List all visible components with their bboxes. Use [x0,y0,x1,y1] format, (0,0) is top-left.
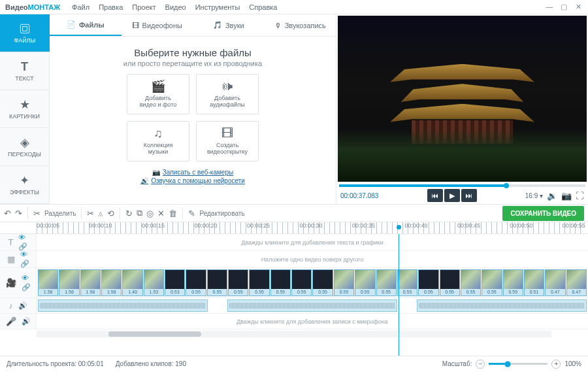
video-card-button[interactable]: 🎞 Создатьвидеооткрытку [196,121,259,161]
music-collection-button[interactable]: ♫ Коллекциямузыки [127,121,189,161]
maximize-button[interactable]: ▢ [559,3,568,11]
sidebar-text[interactable]: T ТЕКСТ [0,52,50,90]
timeline-scrollbar[interactable] [37,331,551,337]
video-clip[interactable]: 0.51 [524,269,544,296]
link-toggle[interactable]: 🔗 [22,283,31,292]
webcam-record-link[interactable]: 📷Записать с веб-камеры [152,169,233,176]
rotate-button[interactable]: ⟲ [107,209,114,218]
refresh-button[interactable]: ↻ [125,209,133,218]
menu-file[interactable]: Файл [72,3,90,11]
play-button[interactable]: ▶ [444,189,460,202]
zoom-in-button[interactable]: + [551,360,561,369]
cut-button[interactable]: ✂ [87,209,94,218]
fullscreen-icon[interactable]: ⛶ [576,191,584,201]
menu-video[interactable]: Видео [165,3,186,11]
menu-edit[interactable]: Правка [99,3,123,11]
video-clip[interactable]: 0.55 [503,269,523,296]
video-clip[interactable]: 0.55 [186,269,206,296]
tab-record[interactable]: 🎙Звукозапись [265,14,336,36]
link-toggle[interactable]: 🔗 [20,260,29,268]
video-clip[interactable]: 0.55 [270,269,291,296]
video-clip[interactable]: 0.55 [249,269,269,296]
redo-button[interactable]: ↷ [15,209,22,218]
video-clip[interactable]: 0.55 [291,269,312,296]
time-ruler[interactable]: 00:00:0500:00:1000:00:1500:00:2000:00:25… [0,222,588,234]
speaker-icon[interactable]: 🔊 [18,301,27,310]
video-clip[interactable]: 0.55 [440,269,460,296]
target-button[interactable]: ◎ [146,209,154,218]
audio-clip[interactable] [417,299,587,312]
tab-videobg[interactable]: 🎞Видеофоны [122,14,193,36]
video-clip[interactable]: 0.55 [397,269,417,296]
audio-track[interactable] [37,298,588,313]
speaker-icon[interactable]: 🔊 [22,317,31,326]
sidebar-transitions[interactable]: ◈ ПЕРЕХОДЫ [0,128,50,166]
edit-button[interactable]: ✎ Редактировать [188,209,244,218]
mic-icon: 🎙 [274,22,282,29]
save-video-button[interactable]: СОХРАНИТЬ ВИДЕО [502,206,584,221]
menu-help[interactable]: Справка [249,3,277,11]
close-button[interactable]: ✕ [574,3,583,11]
duplicate-button[interactable]: ⧉ [137,208,142,218]
video-clip[interactable]: 0.55 [418,269,438,296]
video-clip[interactable]: 0.47 [545,269,565,296]
overlay-track[interactable]: Наложите одно видео поверх другого [37,251,588,267]
video-clip[interactable]: 0.47 [566,269,587,296]
video-clip[interactable]: 0.55 [334,269,354,296]
video-clip[interactable]: 0.53 [165,269,185,296]
delete-button[interactable]: 🗑 [169,209,177,218]
menu-project[interactable]: Проект [132,3,155,11]
clips-count: Добавлено клипов: 190 [116,360,186,367]
sidebar-effects[interactable]: ✦ ЭФФЕКТЫ [0,166,50,204]
vis-toggle[interactable]: 👁 [22,274,31,282]
undo-button[interactable]: ↶ [4,209,11,218]
audio-clip[interactable] [38,299,208,312]
tab-sounds[interactable]: 🎵Звуки [193,14,265,36]
video-clip[interactable]: 0.55 [482,269,502,296]
preview-progress[interactable] [339,184,585,187]
mic-track[interactable]: Дважды кликните для добавления записи с … [37,314,588,329]
project-duration: Длительность проекта: 00:05:01 [7,360,104,367]
menu-tools[interactable]: Инструменты [195,3,240,11]
add-video-photo-button[interactable]: 🎬 Добавитьвидео и фото [127,74,189,114]
audio-clip[interactable] [227,299,397,312]
video-clip[interactable]: 0.55 [461,269,481,296]
next-button[interactable]: ⏭ [461,189,477,202]
mute-clip-button[interactable]: ✕ [157,209,165,218]
files-icon [18,22,31,35]
aspect-ratio[interactable]: 16:9 ▾ [525,192,543,199]
video-clip[interactable]: 1.58 [101,269,122,296]
vis-toggle[interactable]: 👁 [20,250,29,258]
prev-button[interactable]: ⏮ [427,189,443,202]
video-clip[interactable]: 0.55 [355,269,375,296]
video-clip[interactable]: 1.53 [144,269,164,296]
music-icon: ♫ [154,127,163,141]
zoom-slider[interactable] [489,363,547,365]
minimize-button[interactable]: — [545,3,554,11]
tab-files[interactable]: 📄Файлы [50,14,122,36]
add-audio-button[interactable]: 🕪 Добавитьаудиофайлы [196,74,259,114]
video-clip[interactable]: 0.55 [228,269,248,296]
video-track[interactable]: 1.581.581.581.581.401.530.530.550.550.55… [37,268,588,297]
sidebar-label: ТЕКСТ [15,75,33,82]
video-clip[interactable]: 0.55 [207,269,227,296]
playhead[interactable] [399,234,399,356]
split-button[interactable]: ✂ Разделить [33,209,76,218]
volume-icon[interactable]: 🔉 [547,191,557,201]
sidebar-files[interactable]: ФАЙЛЫ [0,14,50,52]
video-clip[interactable]: 1.58 [38,269,58,296]
crop-button[interactable]: ⟑ [98,209,103,218]
sidebar-label: ПЕРЕХОДЫ [8,151,41,158]
video-clip[interactable]: 0.55 [376,269,397,296]
vis-toggle[interactable]: 👁 [18,233,27,241]
video-clip[interactable]: 1.58 [59,269,79,296]
svg-rect-1 [23,27,27,31]
video-clip[interactable]: 1.58 [80,269,101,296]
snapshot-icon[interactable]: 📷 [561,191,572,201]
video-clip[interactable]: 1.40 [122,269,142,296]
zoom-out-button[interactable]: − [476,360,485,369]
sidebar-pictures[interactable]: ★ КАРТИНКИ [0,90,50,128]
video-clip[interactable]: 0.55 [312,269,333,296]
ai-voiceover-link[interactable]: 🔊Озвучка с помощью нейросети [140,177,245,184]
text-track[interactable]: Дважды кликните для добавления текста и … [37,234,588,250]
